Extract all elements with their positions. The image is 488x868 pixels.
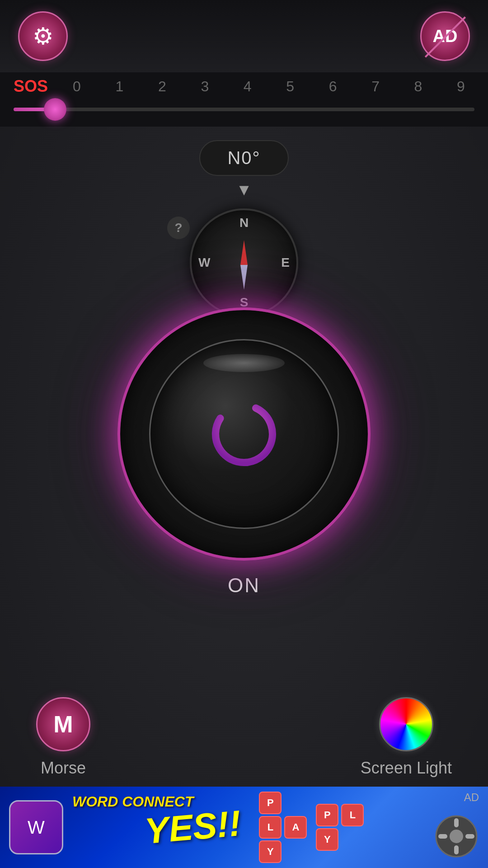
svg-rect-5 <box>438 834 447 839</box>
svg-rect-4 <box>454 845 459 854</box>
ad-game-icon-text: W <box>28 817 45 838</box>
slider-num-3: 3 <box>191 78 218 95</box>
ad-banner[interactable]: W WORD CONNECT YES!! P L A Y P L Y <box>0 787 488 868</box>
morse-icon: M <box>53 711 73 738</box>
power-highlight <box>203 354 285 372</box>
power-section: ON <box>0 307 488 597</box>
ad-tile-row-4: P L <box>316 804 364 826</box>
slider-labels: SOS 0 1 2 3 4 5 6 7 8 9 <box>14 72 474 98</box>
ad-tile-l2: L <box>341 804 364 826</box>
joystick-icon <box>434 814 479 859</box>
power-button[interactable] <box>203 393 285 475</box>
bottom-section: M Morse Screen Light <box>0 697 488 778</box>
slider-num-8: 8 <box>405 78 432 95</box>
sos-label[interactable]: SOS <box>14 77 63 96</box>
needle-north <box>240 240 248 265</box>
ad-game-icon: W <box>9 800 63 854</box>
slider-num-0: 0 <box>63 78 90 95</box>
svg-rect-6 <box>465 834 474 839</box>
slider-num-9: 9 <box>447 78 474 95</box>
slider-num-1: 1 <box>106 78 133 95</box>
screen-light-container: Screen Light <box>361 697 452 778</box>
ad-button[interactable]: AD <box>420 11 470 61</box>
ad-tile-row-3: Y <box>259 840 307 863</box>
settings-button[interactable]: ⚙ <box>18 11 68 61</box>
morse-label: Morse <box>41 759 86 778</box>
morse-button[interactable]: M <box>36 697 90 751</box>
compass-heading-display: N0° <box>199 140 288 176</box>
morse-button-container: M Morse <box>36 697 90 778</box>
compass-east-label: E <box>281 255 290 270</box>
ad-tile-row-1: P <box>259 792 307 814</box>
slider-section: SOS 0 1 2 3 4 5 6 7 8 9 <box>0 72 488 127</box>
slider-num-6: 6 <box>319 78 347 95</box>
slider-num-2: 2 <box>149 78 176 95</box>
compass-north-label: N <box>239 216 249 230</box>
ad-yes-text: YES!! <box>143 802 243 852</box>
ad-tile-row-5: Y <box>316 828 364 851</box>
ad-tile-p2: P <box>316 804 338 826</box>
ad-play-tiles: P L A Y <box>259 792 307 863</box>
ad-tile-a: A <box>284 816 307 839</box>
slider-num-4: 4 <box>234 78 261 95</box>
ad-slash <box>424 16 465 57</box>
compass-section: N0° ▼ ? N S W E <box>0 140 488 317</box>
compass-west-label: W <box>198 255 210 270</box>
compass-pointer-arrow: ▼ <box>236 180 252 199</box>
power-icon-svg <box>203 389 285 479</box>
slider-track[interactable] <box>14 108 474 111</box>
color-wheel-button[interactable] <box>379 697 433 751</box>
header: ⚙ AD <box>0 0 488 72</box>
screen-light-label: Screen Light <box>361 759 452 778</box>
ad-tile-y: Y <box>259 840 282 863</box>
ad-tile-p: P <box>259 792 282 814</box>
ad-play-tiles-2: P L Y <box>316 804 364 851</box>
slider-numbers: 0 1 2 3 4 5 6 7 8 9 <box>63 78 474 95</box>
svg-point-2 <box>450 830 463 843</box>
slider-num-7: 7 <box>362 78 389 95</box>
gear-icon: ⚙ <box>33 23 54 50</box>
power-outer-ring[interactable] <box>117 307 371 561</box>
help-button[interactable]: ? <box>167 217 190 239</box>
power-on-label: ON <box>228 574 260 597</box>
slider-track-container[interactable] <box>14 98 474 121</box>
compass-needle <box>241 240 247 285</box>
needle-south <box>240 265 248 290</box>
power-inner-ring[interactable] <box>149 339 339 529</box>
ad-tile-l: L <box>259 816 282 839</box>
svg-rect-3 <box>454 818 459 827</box>
ad-badge: AD <box>464 791 479 804</box>
ad-tile-row-2: L A <box>259 816 307 839</box>
slider-num-5: 5 <box>277 78 304 95</box>
slider-thumb[interactable] <box>44 98 66 121</box>
ad-tile-y2: Y <box>316 828 338 851</box>
compass-rose[interactable]: N S W E <box>190 208 298 317</box>
